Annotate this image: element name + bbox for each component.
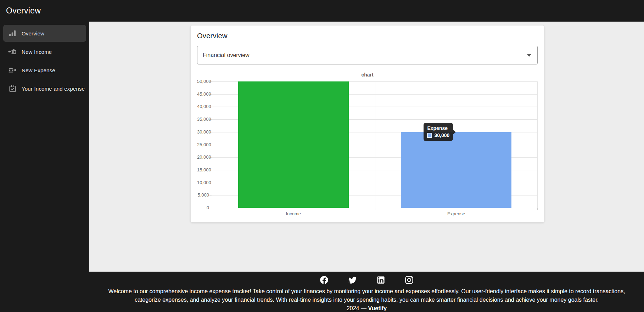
overview-card: Overview Financial overview chart Expens…	[190, 25, 544, 222]
sidebar-item-new-income[interactable]: New Income	[3, 43, 86, 60]
chart-title: chart	[197, 72, 538, 78]
sidebar-item-label: Your Income and expense	[22, 86, 85, 92]
brand-name: Vuetify	[368, 305, 387, 311]
tooltip-value: 30,000	[434, 132, 449, 138]
tooltip-caret	[453, 130, 456, 135]
footer: Welcome to our comprehensive income expe…	[0, 272, 644, 312]
bar-chart-icon	[8, 29, 17, 38]
tooltip-color-swatch	[427, 133, 432, 138]
copyright-year: 2024	[347, 305, 359, 311]
y-tick-label: 50,000	[197, 79, 209, 84]
bank-transfer-out-icon	[8, 66, 17, 74]
select-value: Financial overview	[203, 52, 250, 58]
chart-plot-area: Expense 30,000	[212, 81, 538, 208]
page-title: Overview	[6, 6, 41, 16]
bar-income[interactable]	[238, 81, 349, 208]
y-tick-label: 25,000	[197, 142, 209, 148]
footer-copyright: 2024 — Vuetify	[89, 304, 644, 312]
tooltip-title: Expense	[427, 125, 449, 131]
financial-overview-select[interactable]: Financial overview	[197, 46, 538, 64]
main-content: Overview Financial overview chart Expens…	[89, 22, 644, 272]
sidebar-item-overview[interactable]: Overview	[3, 25, 86, 42]
x-axis-tick	[537, 208, 538, 210]
sidebar-item-label: New Income	[22, 49, 52, 55]
sidebar-item-label: Overview	[22, 30, 44, 36]
y-tick-label: 10,000	[197, 180, 209, 186]
y-tick-label: 30,000	[197, 129, 209, 135]
calendar-check-icon	[8, 84, 17, 93]
footer-about-text: Welcome to our comprehensive income expe…	[99, 287, 634, 304]
y-tick-label: 5,000	[197, 192, 209, 198]
y-tick-label: 45,000	[197, 91, 209, 97]
social-links	[89, 275, 644, 285]
chart-tooltip: Expense 30,000	[424, 123, 453, 141]
v-gridline	[537, 81, 538, 208]
copyright-separator: —	[361, 305, 366, 311]
instagram-icon[interactable]	[404, 275, 414, 285]
bar-chart: chart Expense 30,000 05,00010,00015,0002…	[197, 70, 538, 219]
y-tick-label: 15,000	[197, 167, 209, 173]
card-title: Overview	[197, 32, 538, 40]
x-axis-tick	[212, 208, 212, 210]
v-gridline	[212, 81, 212, 208]
x-axis-tick	[375, 208, 375, 210]
sidebar: Overview New Income New Expense	[0, 22, 89, 272]
chevron-down-icon	[527, 54, 532, 57]
v-gridline	[375, 81, 375, 208]
twitter-icon[interactable]	[348, 275, 357, 285]
x-tick-label: Expense	[438, 211, 474, 216]
y-axis-tick	[209, 195, 212, 195]
sidebar-item-new-expense[interactable]: New Expense	[3, 62, 86, 79]
bank-transfer-in-icon	[8, 47, 17, 56]
sidebar-item-your-income-and-expense[interactable]: Your Income and expense	[3, 80, 86, 97]
bar-expense[interactable]	[401, 132, 511, 208]
y-tick-label: 0	[197, 205, 209, 211]
linkedin-icon[interactable]	[376, 275, 386, 285]
y-tick-label: 35,000	[197, 117, 209, 122]
y-tick-label: 20,000	[197, 154, 209, 160]
facebook-icon[interactable]	[319, 275, 329, 285]
app-bar: Overview	[0, 0, 644, 22]
sidebar-item-label: New Expense	[22, 67, 55, 73]
x-tick-label: Income	[276, 211, 311, 216]
y-tick-label: 40,000	[197, 104, 209, 109]
y-axis-tick	[209, 208, 212, 208]
